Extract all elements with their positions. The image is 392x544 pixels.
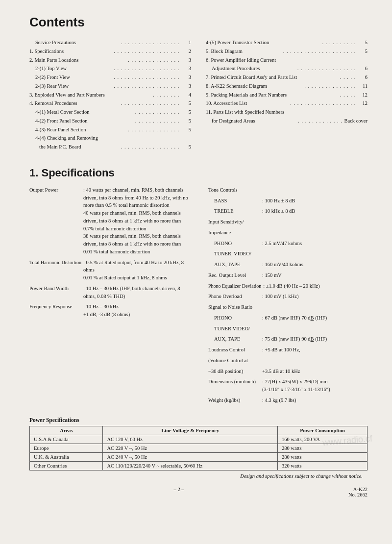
toc-dots: . . . . . xyxy=(338,74,358,81)
spec-label: PHONO xyxy=(208,314,262,322)
spec-label: TREBLE xyxy=(208,207,262,215)
toc-page: 5 xyxy=(181,99,191,107)
toc-page: Back cover xyxy=(344,117,368,125)
toc-label: 2-(2) Front View xyxy=(29,74,112,81)
spec-label: Loudness Control xyxy=(208,346,262,354)
toc-dots: . . . . . . . . . . . . . . . xyxy=(126,56,181,64)
toc-item-accessories: 10. Accessories List . . . . . . . . . .… xyxy=(206,99,368,107)
toc-item-rear-view: 2-(3) Rear View . . . . . . . . . . . . … xyxy=(29,82,191,90)
spec-phono-overload: Phono Overload : 100 mV (1 kHz) xyxy=(208,293,368,300)
spec-label: TUNER VIDEO/ xyxy=(208,325,262,333)
toc-dots: . . . . . . . . . . . . . . . . . . . xyxy=(112,82,181,90)
toc-item-removal: 4. Removal Procedures . . . . . . . . . … xyxy=(29,99,191,107)
toc-page: 1 xyxy=(181,39,191,47)
spec-label: −30 dB position) xyxy=(208,368,262,375)
spec-power-band: Power Band Width : 10 Hz – 30 kHz (IHF, … xyxy=(29,285,189,300)
toc-label: the Main P.C. Board xyxy=(29,143,119,151)
toc-label: Adjustment Procedures xyxy=(206,65,295,73)
toc-dots: . . . . . . . . . . . . . . . . . . . xyxy=(112,48,181,55)
spec-value xyxy=(262,229,368,237)
page-number: – 2 – xyxy=(29,487,328,497)
spec-value xyxy=(262,250,368,258)
toc-dots: . . . . . . . . . . . . . . . . . xyxy=(119,99,181,107)
table-header-power: Power Consumption xyxy=(277,426,367,435)
toc-label: 4-(1) Metal Cover Section xyxy=(29,108,133,116)
power-specs-title: Power Specifications xyxy=(29,417,368,423)
toc-page: 11 xyxy=(358,82,368,90)
spec-freq-response: Frequency Response : 10 Hz – 30 kHz+1 dB… xyxy=(29,303,189,319)
spec-snr-tuner: TUNER VIDEO/ xyxy=(208,325,368,333)
toc-item-rear-panel: 4-(3) Rear Panel Section . . . . . . . .… xyxy=(29,126,191,134)
contents-title: Contents xyxy=(29,15,368,30)
spec-loudness: Loudness Control : +5 dB at 100 Hz, xyxy=(208,346,368,354)
spec-main-grid: Output Power : 40 watts per channel, min… xyxy=(29,186,368,407)
toc-dots: . . . . . . . . . . . . . . . . . xyxy=(119,39,181,47)
toc-item-parts-list: 11. Parts List with Specified Numbers xyxy=(206,108,368,116)
spec-value: +3.5 dB at 10 kHz xyxy=(262,368,368,375)
contents-right-col: 4-(5) Power Transistor Section . . . . .… xyxy=(206,39,368,152)
spec-value xyxy=(262,186,368,194)
toc-item-schematic: 8. A-K22 Schematic Diagram . . . . . . .… xyxy=(206,82,368,90)
toc-label: 5. Block Diagram xyxy=(206,48,281,55)
toc-dots: . . . . . xyxy=(338,91,358,99)
spec-input-sensitivity-header: Input Sensitivity/ xyxy=(208,218,368,226)
toc-label: 2-(3) Rear View xyxy=(29,82,112,90)
toc-label: 1. Specifications xyxy=(29,48,112,55)
toc-item-checking: 4-(4) Checking and Removing xyxy=(29,134,191,142)
spec-value: : +5 dB at 100 Hz, xyxy=(262,346,368,354)
table-header-areas: Areas xyxy=(30,426,103,435)
spec-value: : 75 dB (new IHF) 90 dB (IHF) xyxy=(262,335,368,343)
toc-label: 3. Exploded View and Part Numbers xyxy=(29,91,151,99)
toc-dots: . . . . . . . . . . . . . xyxy=(296,117,344,125)
spec-label: Tone Controls xyxy=(208,186,262,194)
toc-page: 5 xyxy=(181,126,191,134)
table-cell-area: U.K. & Australia xyxy=(30,452,103,461)
spec-thd: Total Harmonic Distortion : 0.5 % at Rat… xyxy=(29,259,189,282)
spec-label: Impedance xyxy=(208,229,262,237)
page-footer: – 2 – A-K22 No. 2662 xyxy=(29,487,368,497)
spec-label: (Volume Control at xyxy=(208,357,262,365)
spec-value: : ±1.0 dB (40 Hz – 20 kHz) xyxy=(263,282,368,290)
spec-snr-phono: PHONO : 67 dB (new IHF) 70 dB (IHF) xyxy=(208,314,368,322)
toc-page: 6 xyxy=(358,65,368,73)
toc-dots: . . . . . . . . xyxy=(151,91,181,99)
toc-dots: . . . . . . . . . . . . . xyxy=(133,108,181,116)
spec-rec-output: Rec. Output Level : 150 mV xyxy=(208,272,368,279)
table-row: Europe AC 220 V ~, 50 Hz 280 watts xyxy=(30,444,368,452)
spec-label: Total Harmonic Distortion xyxy=(29,259,83,282)
toc-dots: . . . . . . . . . . . . . . . . . xyxy=(295,65,358,73)
toc-dots: . . . . . . . . . . . . . . . . . . . xyxy=(112,65,181,73)
table-cell-voltage: AC 110/120/220/240 V ~ selectable, 50/60… xyxy=(103,461,278,470)
spec-label: Output Power xyxy=(29,186,83,256)
toc-item-exploded: 3. Exploded View and Part Numbers . . . … xyxy=(29,91,191,99)
toc-label: for Designated Areas xyxy=(206,117,296,125)
spec-label: BASS xyxy=(208,197,262,205)
toc-dots: . . . . . . . . . . . . . . . . . . . xyxy=(112,74,181,81)
toc-item-spec: 1. Specifications . . . . . . . . . . . … xyxy=(29,48,191,55)
toc-page: 5 xyxy=(181,117,191,125)
table-row: U.S.A & Canada AC 120 V, 60 Hz 160 watts… xyxy=(30,435,368,444)
toc-item-top-view: 2-(1) Top View . . . . . . . . . . . . .… xyxy=(29,65,191,73)
toc-label: Service Precautions xyxy=(29,39,119,47)
toc-page xyxy=(181,134,191,142)
spec-value: : 160 mV/40 kohms xyxy=(262,261,368,269)
table-cell-area: Europe xyxy=(30,444,103,452)
spec-value: : 100 Hz ± 8 dB xyxy=(262,197,368,205)
toc-label: 6. Power Amplifier Idling Current xyxy=(206,56,358,64)
table-header-voltage: Line Voltage & Frequency xyxy=(103,426,278,435)
spec-snr-aux: AUX, TAPE : 75 dB (new IHF) 90 dB (IHF) xyxy=(208,335,368,343)
toc-item-metal-cover: 4-(1) Metal Cover Section . . . . . . . … xyxy=(29,108,191,116)
toc-page: 12 xyxy=(358,99,368,107)
toc-label: 7. Printed Circuit Board Ass'y and Parts… xyxy=(206,74,338,81)
model-info: A-K22 No. 2662 xyxy=(328,487,368,497)
toc-item-main-pc: the Main P.C. Board . . . . . . . . . . … xyxy=(29,143,191,151)
design-note: Design and specifications subject to cha… xyxy=(29,473,363,479)
toc-label: 8. A-K22 Schematic Diagram xyxy=(206,82,303,90)
toc-dots: . . . . . . . . . . . . . . . . . xyxy=(119,143,181,151)
toc-page: 3 xyxy=(181,74,191,81)
spec-value: : 40 watts per channel, min. RMS, both c… xyxy=(83,186,189,256)
spec-right-col: Tone Controls BASS : 100 Hz ± 8 dB TREBL… xyxy=(208,186,368,407)
spec-impedance-header: Impedance xyxy=(208,229,368,237)
toc-label: 9. Packing Materials and Part Numbers xyxy=(206,91,338,99)
toc-label: 4-(2) Front Panel Section xyxy=(29,117,133,125)
